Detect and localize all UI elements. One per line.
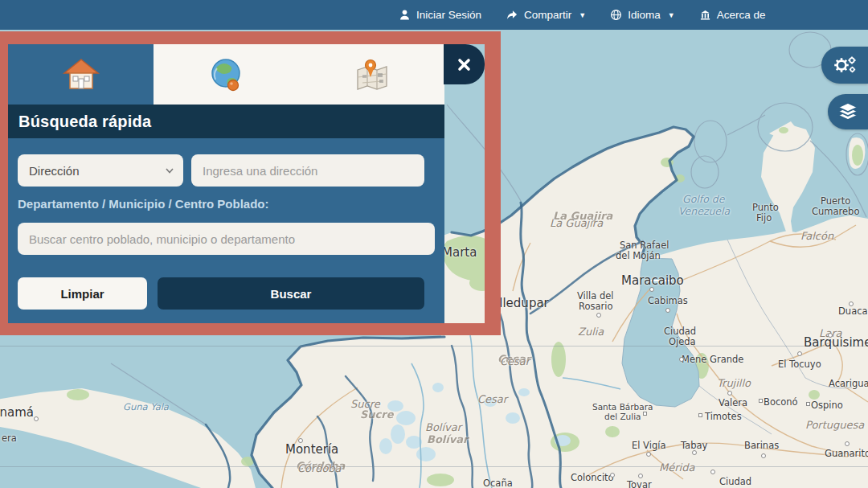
share-menu[interactable]: Compartir ▼ <box>506 9 586 21</box>
address-type-value: Dirección <box>29 164 80 178</box>
top-nav-items: Iniciar Sesión Compartir ▼ Idioma ▼ <box>399 0 765 30</box>
close-panel-button[interactable] <box>444 44 485 84</box>
map-settings-button[interactable] <box>821 47 868 84</box>
tab-home-search[interactable] <box>8 44 154 105</box>
panel-header: Búsqueda rápida <box>8 105 444 138</box>
globe-icon <box>610 9 622 21</box>
map-pin-icon <box>353 55 391 94</box>
gears-icon <box>833 55 857 76</box>
login-button[interactable]: Iniciar Sesión <box>399 9 481 21</box>
search-button[interactable]: Buscar <box>158 277 424 310</box>
division-search-input[interactable] <box>18 223 435 255</box>
address-type-select[interactable]: Dirección <box>18 154 183 187</box>
bank-icon <box>699 9 711 21</box>
chevron-down-icon <box>164 165 175 176</box>
highlight-frame-bottom <box>0 323 501 335</box>
language-menu[interactable]: Idioma ▼ <box>610 9 674 21</box>
division-label: Departamento / Municipio / Centro Poblad… <box>18 197 435 211</box>
about-label: Acerca de <box>717 9 766 21</box>
highlight-frame-top <box>0 31 501 44</box>
search-tabs <box>8 44 444 105</box>
highlight-frame-left <box>0 31 8 335</box>
globe-pin-icon <box>207 55 246 94</box>
share-icon <box>506 9 518 21</box>
top-navigation-bar: Iniciar Sesión Compartir ▼ Idioma ▼ <box>0 0 868 30</box>
user-icon <box>399 9 411 21</box>
about-button[interactable]: Acerca de <box>699 9 766 21</box>
chevron-down-icon: ▼ <box>668 11 675 19</box>
close-icon <box>457 58 471 72</box>
panel-title: Búsqueda rápida <box>8 113 151 131</box>
quick-search-panel: Búsqueda rápida Dirección Departamento /… <box>8 44 444 323</box>
login-label: Iniciar Sesión <box>416 9 481 21</box>
tab-global-search[interactable] <box>154 44 299 105</box>
language-label: Idioma <box>628 9 661 21</box>
layers-icon <box>837 102 858 121</box>
highlight-frame-right <box>485 31 501 335</box>
tab-map-search[interactable] <box>299 44 444 105</box>
panel-body: Dirección Departamento / Municipio / Cen… <box>8 138 444 323</box>
house-icon <box>61 55 101 94</box>
map-layers-button[interactable] <box>828 94 868 129</box>
clear-button[interactable]: Limpiar <box>18 277 147 310</box>
app-screen: MartaValleduparMaracaiboSan Rafaeldel Mo… <box>0 0 868 488</box>
address-input[interactable] <box>191 154 424 187</box>
share-label: Compartir <box>524 9 571 21</box>
chevron-down-icon: ▼ <box>579 11 586 19</box>
